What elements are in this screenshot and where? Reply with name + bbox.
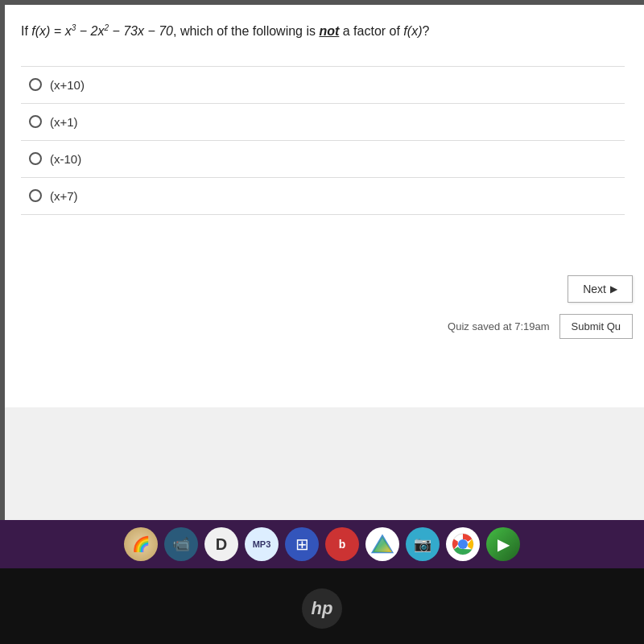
screen: If f(x) = x3 − 2x2 − 73x − 70, which of … <box>5 5 644 520</box>
play-icon[interactable]: ▶ <box>486 527 520 561</box>
hp-logo: hp <box>302 588 342 629</box>
drive-triangle-icon <box>371 533 394 555</box>
next-button[interactable]: Next ▶ <box>568 275 633 303</box>
next-button-container: Next ▶ <box>568 275 633 303</box>
chrome-circle-icon <box>451 532 475 556</box>
chrome-icon[interactable] <box>446 527 480 561</box>
options-list: (x+10) (x+1) (x-10) (x+7) <box>21 66 625 215</box>
submit-label: Submit Qu <box>572 320 621 332</box>
option-d[interactable]: (x+7) <box>21 178 625 215</box>
option-c[interactable]: (x-10) <box>21 141 625 178</box>
grid-icon[interactable]: ⊞ <box>285 527 319 561</box>
radio-b[interactable] <box>29 115 42 128</box>
radio-c[interactable] <box>29 152 42 165</box>
question-text: If f(x) = x3 − 2x2 − 73x − 70, which of … <box>21 21 625 42</box>
option-c-label: (x-10) <box>50 152 81 166</box>
video-icon[interactable]: 📹 <box>164 527 198 561</box>
next-label: Next <box>583 283 606 295</box>
option-a-label: (x+10) <box>50 78 85 92</box>
option-a[interactable]: (x+10) <box>21 66 625 104</box>
svg-point-4 <box>460 541 466 547</box>
emphasis-word: not <box>319 24 339 38</box>
quiz-container: If f(x) = x3 − 2x2 − 73x − 70, which of … <box>5 5 644 407</box>
svg-marker-1 <box>373 536 392 552</box>
radio-a[interactable] <box>29 78 42 91</box>
mp3-icon[interactable]: MP3 <box>245 527 279 561</box>
radio-d[interactable] <box>29 189 42 202</box>
taskbar: 🌈 📹 D MP3 ⊞ b 📷 <box>0 520 644 568</box>
next-arrow-icon: ▶ <box>610 283 617 295</box>
home-icon[interactable]: 🌈 <box>124 527 158 561</box>
fx-var: f(x) <box>31 24 50 38</box>
option-d-label: (x+7) <box>50 189 78 203</box>
save-text: Quiz saved at 7:19am <box>448 320 549 332</box>
brainly-icon[interactable]: b <box>325 527 359 561</box>
docs-icon[interactable]: D <box>204 527 238 561</box>
option-b[interactable]: (x+1) <box>21 104 625 141</box>
option-b-label: (x+1) <box>50 115 78 129</box>
submit-button[interactable]: Submit Qu <box>559 314 633 339</box>
polynomial: x3 − 2x2 − 73x − 70 <box>65 24 173 38</box>
camera-icon[interactable]: 📷 <box>406 527 440 561</box>
drive-icon[interactable] <box>365 527 399 561</box>
hp-bar: hp <box>0 568 644 644</box>
fx-var2: f(x) <box>403 24 422 38</box>
hp-text: hp <box>312 598 333 619</box>
save-submit-bar: Quiz saved at 7:19am Submit Qu <box>448 314 633 339</box>
screen-wrapper: If f(x) = x3 − 2x2 − 73x − 70, which of … <box>0 0 644 520</box>
